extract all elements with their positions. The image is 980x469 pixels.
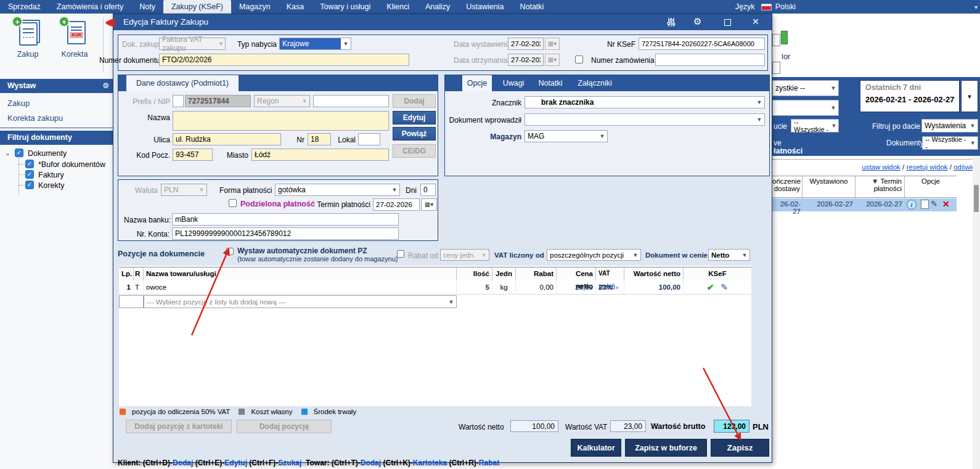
dialog-titlebar[interactable]: Edycja Faktury Zakupu ⚙ ✕ <box>113 14 772 30</box>
menu-noty[interactable]: Noty <box>131 0 163 14</box>
kod-pocz-field[interactable] <box>173 149 213 161</box>
col-r[interactable]: R <box>134 267 144 280</box>
nip-field[interactable] <box>185 95 251 107</box>
calendar-icon[interactable]: ▦▾ <box>421 198 437 211</box>
checkbox-faktury[interactable]: ✓ <box>25 170 34 179</box>
menu-analizy[interactable]: Analizy <box>417 0 458 14</box>
ustaw-widok-link[interactable]: ustaw widok <box>862 163 900 171</box>
miasto-field[interactable] <box>251 149 389 161</box>
col-vat[interactable]: VAT zmień <box>596 267 624 280</box>
col-wartosc-netto[interactable]: Wartość netto <box>624 267 684 280</box>
data-otrzymania-field[interactable] <box>508 54 544 66</box>
checkbox-bufor[interactable]: ✓ <box>25 160 34 168</box>
sliders-icon[interactable] <box>666 17 676 29</box>
data-wystawienia-field[interactable] <box>508 38 544 50</box>
menu-ustawienia[interactable]: Ustawienia <box>458 0 512 14</box>
lokal-field[interactable] <box>358 133 380 145</box>
nr-ksef-field[interactable] <box>639 38 765 50</box>
dodaj-pozycje-button[interactable]: Dodaj pozycję <box>237 420 332 433</box>
tab-notatki[interactable]: Notatki <box>533 75 568 91</box>
termin-platnosci-field[interactable] <box>373 198 420 211</box>
ceidg-button[interactable]: CEiDG <box>393 144 436 158</box>
nip-prefix-field[interactable] <box>173 95 184 107</box>
walucie-select[interactable]: -- Wszystkie - ▼ <box>791 119 839 133</box>
regon-field[interactable] <box>313 95 389 107</box>
nr-konta-field[interactable] <box>172 227 399 240</box>
cell-vat[interactable]: 23% ▼ <box>596 280 624 295</box>
podzielona-platnosc-checkbox[interactable] <box>229 199 237 207</box>
scrollbar-thumb[interactable] <box>974 185 979 212</box>
sidebar-link-zakup[interactable]: Zakup <box>7 99 30 108</box>
filter-select-2[interactable]: ▼ <box>772 100 839 116</box>
menu-sprzedaz[interactable]: Sprzedaż <box>0 0 49 14</box>
auto-pz-checkbox[interactable] <box>226 248 234 255</box>
scrollbar-track[interactable] <box>973 157 980 469</box>
payments-table-row[interactable]: 26-02-27 2026-02-27 2026-02-27 i ✎ ✕ <box>772 198 957 211</box>
menu-zakupy-ksef[interactable]: Zakupy (KSeF) <box>163 0 231 14</box>
col-ilosc[interactable]: Ilość <box>457 267 492 280</box>
filtruj-po-dacie-select[interactable]: Wystawienia▼ <box>921 119 978 133</box>
powiaz-button[interactable]: Powiąż <box>393 127 436 141</box>
nazwa-banku-field[interactable] <box>172 213 399 226</box>
calendar-icon[interactable]: ▦▾ <box>545 54 560 66</box>
tree-item-faktury[interactable]: Faktury <box>38 171 64 179</box>
gear-icon[interactable]: ⚙ <box>102 79 109 93</box>
waluta-select[interactable]: PLN▼ <box>161 184 207 196</box>
pencil-icon[interactable]: ✎ <box>721 282 729 292</box>
filter-select-1[interactable]: zystkie --▼ <box>772 80 839 96</box>
maximize-icon[interactable] <box>724 19 731 26</box>
rabat-od-checkbox[interactable] <box>397 250 404 258</box>
edytuj-button[interactable]: Edytuj <box>393 111 436 124</box>
date-range-dropdown-button[interactable]: ▼ <box>961 80 978 112</box>
vat-liczony-select[interactable]: poszczególnych pozycji▼ <box>547 249 641 261</box>
tree-item-dokumenty[interactable]: Dokumenty <box>28 149 67 158</box>
toolbar-korekta-button[interactable]: KOR + Korekta <box>55 18 94 59</box>
col-wystawiono[interactable]: Wystawiono <box>802 176 855 198</box>
tab-uwagi[interactable]: Uwagi <box>498 75 529 91</box>
menu-towary[interactable]: Towary i usługi <box>312 0 378 14</box>
zapisz-w-buforze-button[interactable]: Zapisz w buforze <box>625 439 707 457</box>
col-nazwa[interactable]: Nazwa towaru/usługi <box>144 267 457 280</box>
col-jedn[interactable]: Jedn <box>492 267 516 280</box>
menu-magazyn[interactable]: Magazyn <box>231 0 279 14</box>
kalkulator-button[interactable]: Kalkulator <box>571 439 621 457</box>
nazwa-field[interactable] <box>173 111 389 131</box>
znacznik-select[interactable]: brak znacznika▼ <box>525 96 765 108</box>
menu-notatki[interactable]: Notatki <box>512 0 552 14</box>
menu-kasa[interactable]: Kasa <box>279 0 312 14</box>
gear-icon[interactable]: ⚙ <box>693 16 701 27</box>
dodaj-pozycje-kartoteka-button[interactable]: Dodaj pozycję z kartoteki <box>126 420 232 433</box>
add-item-select[interactable]: --- Wybierz pozycję z listy lub dodaj no… <box>144 295 457 308</box>
dni-field[interactable] <box>420 184 436 196</box>
dokument-w-cenie-select[interactable]: Netto▼ <box>708 249 750 261</box>
dokumenty-select[interactable]: -- Wszystkie --▼ <box>922 136 978 150</box>
item-row[interactable]: 1 T owoce 5 kg 0,00 20,00 23% ▼ 100,00 ✔… <box>119 280 751 295</box>
rabat-od-select[interactable]: ceny jedn.▼ <box>440 249 489 261</box>
pencil-icon[interactable]: ✎ <box>931 199 937 208</box>
menu-klienci[interactable]: Klienci <box>378 0 417 14</box>
regon-select[interactable]: Regon▼ <box>254 95 310 107</box>
nr-field[interactable] <box>308 133 331 145</box>
col-rabat[interactable]: Rabat <box>516 267 557 280</box>
tab-zalaczniki[interactable]: Załączniki <box>572 75 618 91</box>
info-icon[interactable]: i <box>907 200 917 210</box>
menu-zamowienia[interactable]: Zamówienia i oferty <box>49 0 131 14</box>
sidebar-link-korekta-zakupu[interactable]: Korekta zakupu <box>7 113 63 123</box>
dok-zakupu-select[interactable]: Faktura VAT zakupu▼ <box>159 38 226 50</box>
magazyn-select[interactable]: MAG▼ <box>525 130 608 142</box>
col-ksef[interactable]: KSeF <box>684 267 751 280</box>
data-otrzymania-checkbox[interactable] <box>575 55 583 63</box>
chevron-down-icon[interactable]: ⌄ <box>5 149 10 157</box>
numer-zamowienia-field[interactable] <box>655 54 765 66</box>
tab-dane-dostawcy[interactable]: Dane dostawcy (Podmiot1) <box>126 75 239 91</box>
typ-nabycia-select[interactable]: Krajowe▼ <box>279 38 351 50</box>
note-icon[interactable] <box>921 200 929 209</box>
dodaj-button[interactable]: Dodaj <box>393 94 436 108</box>
checkbox-dokumenty[interactable]: ✓ <box>15 149 23 157</box>
date-range-box[interactable]: Ostatnich 7 dni 2026-02-21 - 2026-02-27 <box>860 80 960 112</box>
delete-x-icon[interactable]: ✕ <box>942 199 950 209</box>
zapisz-button[interactable]: Zapisz <box>711 439 769 457</box>
forma-platnosci-select[interactable]: gotówka▼ <box>275 184 400 196</box>
tree-item-bufor[interactable]: *Bufor dokumentów <box>38 160 105 169</box>
calendar-icon[interactable]: ▦▾ <box>545 38 560 50</box>
